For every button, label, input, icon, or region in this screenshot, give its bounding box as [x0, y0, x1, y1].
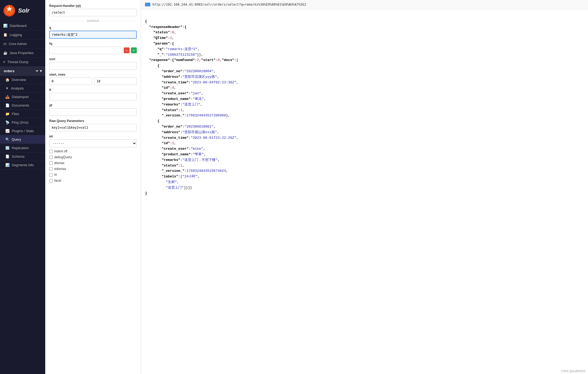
edismax-label[interactable]: edismax: [54, 167, 66, 171]
sidebar-item-thread-dump[interactable]: ≡ Thread Dump: [0, 58, 45, 67]
chevron-down-icon: ▼: [39, 69, 43, 73]
sidebar-item-segments-info[interactable]: 📊 Segments info: [0, 161, 45, 169]
sidebar-item-replication[interactable]: 🔄 Replication: [0, 144, 45, 152]
start-input[interactable]: [49, 78, 92, 85]
hl-label[interactable]: hl: [54, 173, 57, 177]
sidebar: Solr 📊 Dashboard 📋 Logging 🗃 Core Admin …: [0, 0, 45, 374]
fq-label: fq: [49, 42, 137, 46]
indent-off-label[interactable]: indent off: [54, 149, 67, 153]
indent-off-row: indent off: [49, 149, 137, 153]
rows-input[interactable]: [94, 78, 137, 85]
java-icon: ☕: [3, 51, 7, 55]
sidebar-item-documents[interactable]: 📄 Documents: [0, 101, 45, 110]
sidebar-item-label: Segments info: [12, 163, 34, 167]
fq-remove-button[interactable]: −: [124, 47, 130, 53]
indent-off-checkbox[interactable]: [49, 150, 53, 153]
query-form-panel: Request-Handler (qt) common q fq − + sor…: [45, 0, 141, 374]
sidebar-item-query[interactable]: 🔍 Query: [0, 135, 45, 144]
df-input[interactable]: [49, 108, 137, 116]
handler-input[interactable]: [49, 9, 137, 16]
sidebar-item-label: Logging: [10, 33, 22, 37]
solr-logo-text: Solr: [18, 7, 30, 14]
debug-query-checkbox[interactable]: [49, 156, 53, 159]
sidebar-item-label: Replication: [12, 146, 29, 150]
sidebar-item-label: Overview: [12, 78, 26, 82]
q-input[interactable]: [49, 31, 137, 39]
sidebar-item-plugins-stats[interactable]: 📈 Plugins / Stats: [0, 127, 45, 135]
sidebar-item-files[interactable]: 📁 Files: [0, 110, 45, 118]
debug-query-label[interactable]: debugQuery: [54, 155, 72, 159]
url-bar: http://192.168.244.41:8983/solr/orders/s…: [141, 0, 588, 9]
fl-input[interactable]: [49, 93, 137, 100]
edismax-row: edismax: [49, 167, 137, 171]
sidebar-item-label: Plugins / Stats: [12, 129, 34, 133]
handler-label: Request-Handler (qt): [49, 4, 137, 8]
solr-logo-icon: [3, 4, 16, 17]
raw-query-label: Raw Query Parameters: [49, 119, 137, 123]
sidebar-item-label: Schema: [12, 155, 24, 158]
dismax-checkbox[interactable]: [49, 161, 53, 165]
sidebar-item-schema[interactable]: 📑 Schema: [0, 152, 45, 161]
sidebar-item-label: Analysis: [11, 86, 24, 90]
files-icon: 📁: [5, 112, 10, 116]
logo-area: Solr: [0, 0, 45, 21]
sidebar-item-label: Documents: [12, 103, 29, 107]
sidebar-item-dataimport[interactable]: 📥 Dataimport: [0, 93, 45, 101]
sidebar-item-overview[interactable]: 🏠 Overview: [0, 76, 45, 84]
dashboard-icon: 📊: [3, 24, 7, 28]
q-label: q: [49, 26, 137, 30]
hl-checkbox[interactable]: [49, 173, 53, 177]
url-icon: [145, 3, 150, 6]
sort-input[interactable]: [49, 62, 137, 70]
sidebar-item-label: Query: [12, 137, 21, 141]
sidebar-item-label: Dashboard: [10, 24, 27, 28]
facet-row: facet: [49, 179, 137, 182]
debug-query-row: debugQuery: [49, 155, 137, 159]
raw-query-input[interactable]: [49, 124, 137, 131]
plugins-icon: 📈: [5, 129, 10, 133]
fq-input[interactable]: [49, 47, 122, 54]
replication-icon: 🔄: [5, 146, 10, 150]
sidebar-item-analysis[interactable]: ▼ Analysis: [0, 84, 45, 93]
wt-select[interactable]: ------ json xml csv python ruby php: [49, 139, 137, 147]
sidebar-item-label: Ping (2ms): [12, 120, 28, 124]
dismax-row: dismax: [49, 161, 137, 165]
sidebar-item-label: Files: [12, 112, 19, 116]
sort-label: sort: [49, 57, 137, 61]
df-label: df: [49, 104, 137, 107]
common-divider: common: [49, 19, 137, 23]
overview-icon: 🏠: [5, 78, 10, 82]
sidebar-item-label: Dataimport: [12, 95, 29, 99]
sidebar-item-java-properties[interactable]: ☕ Java Properties: [0, 48, 45, 58]
core-selector[interactable]: orders ▼: [0, 67, 45, 76]
sidebar-item-ping[interactable]: 📡 Ping (2ms): [0, 118, 45, 127]
core-select[interactable]: orders: [3, 69, 39, 73]
start-rows-row: [49, 78, 137, 85]
fl-label: fl: [49, 88, 137, 92]
watermark: CSDN @wu/B50555: [561, 370, 585, 373]
logging-icon: 📋: [3, 33, 7, 37]
sidebar-item-label: Java Properties: [10, 51, 34, 55]
fq-add-button[interactable]: +: [131, 47, 137, 53]
sidebar-item-label: Core Admin: [9, 42, 27, 46]
dataimport-icon: 📥: [5, 95, 10, 99]
json-output: { "responseHeader":{ "status":0, "QTime"…: [141, 9, 588, 374]
facet-label[interactable]: facet: [54, 179, 61, 182]
core-admin-icon: 🗃: [3, 42, 7, 46]
documents-icon: 📄: [5, 103, 10, 107]
sidebar-item-logging[interactable]: 📋 Logging: [0, 30, 45, 39]
sidebar-item-core-admin[interactable]: 🗃 Core Admin: [0, 39, 45, 48]
fq-row: − +: [49, 47, 137, 54]
sidebar-item-dashboard[interactable]: 📊 Dashboard: [0, 21, 45, 30]
query-icon: 🔍: [5, 137, 10, 141]
dismax-label[interactable]: dismax: [54, 161, 64, 165]
response-panel: http://192.168.244.41:8983/solr/orders/s…: [141, 0, 588, 374]
wt-label: wt: [49, 135, 137, 138]
edismax-checkbox[interactable]: [49, 167, 53, 171]
segments-icon: 📊: [5, 163, 10, 167]
ping-icon: 📡: [5, 120, 10, 124]
analysis-icon: ▼: [5, 86, 9, 90]
thread-icon: ≡: [3, 60, 5, 64]
facet-checkbox[interactable]: [49, 179, 53, 182]
schema-icon: 📑: [5, 155, 10, 158]
